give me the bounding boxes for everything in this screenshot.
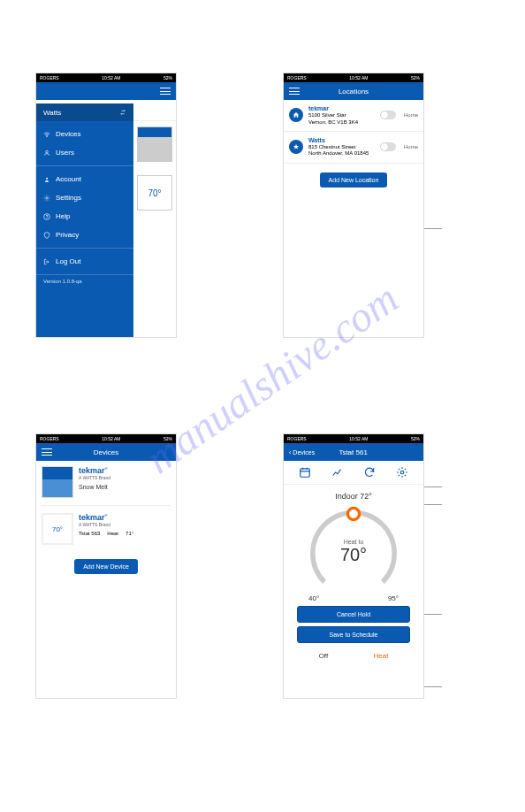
carrier-label: ROGERS xyxy=(40,75,59,80)
sidebar-label: Account xyxy=(56,175,81,183)
screen-devices: ROGERS 10:52 AM 52% Devices tekmar® A WA… xyxy=(35,433,177,699)
pointer-line xyxy=(424,228,442,229)
battery-label: 52% xyxy=(164,75,172,80)
sidebar-label: Users xyxy=(56,149,74,157)
back-button[interactable]: ‹Devices xyxy=(289,449,315,456)
setpoint-temp: 70° xyxy=(340,545,367,565)
cancel-hold-button[interactable]: Cancel Hold xyxy=(297,606,410,623)
sidebar-item-devices[interactable]: Devices xyxy=(36,125,133,143)
brand-label: tekmar® xyxy=(79,513,171,522)
device-thumbnail xyxy=(42,466,73,498)
star-icon xyxy=(289,140,303,154)
home-icon xyxy=(289,108,303,122)
screen-thermostat: ROGERS 10:52 AM 52% ‹Devices Tstat 561 I… xyxy=(283,433,424,699)
add-device-button[interactable]: Add New Device xyxy=(74,559,138,574)
mode-heat[interactable]: Heat xyxy=(373,652,388,660)
device-info: tekmar® A WATTS Brand Snow Melt xyxy=(79,466,171,490)
sidebar-header[interactable]: Watts xyxy=(36,103,133,121)
device-name: Tstat 563 xyxy=(79,531,100,536)
svg-point-7 xyxy=(347,508,359,519)
thermostat-dial: Indoor 72° Heat to 70° 40° 95° Cancel Ho… xyxy=(284,485,423,672)
hamburger-icon[interactable] xyxy=(42,448,52,456)
calendar-icon[interactable] xyxy=(299,466,311,479)
mode-selector: Off Heat xyxy=(291,647,416,665)
version-label: Version 1.0.8-qa xyxy=(36,275,133,287)
app-header: Devices xyxy=(36,443,176,461)
gear-icon xyxy=(43,195,50,202)
app-header xyxy=(36,82,176,100)
status-bar: ROGERS 10:52 AM 52% xyxy=(36,434,176,443)
location-row[interactable]: Watts 815 Chestnut Street North Andover,… xyxy=(284,132,423,164)
add-location-button[interactable]: Add New Location xyxy=(320,172,388,188)
logout-icon xyxy=(43,258,50,265)
toggle-state: Home xyxy=(404,144,418,149)
tab-bar xyxy=(284,461,423,485)
sidebar-label: Log Out xyxy=(56,257,80,265)
sidebar-item-account[interactable]: Account xyxy=(36,170,133,188)
page-title: Locations xyxy=(300,88,407,96)
shield-icon xyxy=(43,232,50,239)
screen-sidebar-menu: ROGERS 10:52 AM 52% WWATTS® 70° Watts De… xyxy=(35,73,177,338)
sidebar-item-settings[interactable]: Settings xyxy=(36,188,133,207)
chart-icon[interactable] xyxy=(331,466,344,479)
refresh-icon[interactable] xyxy=(363,466,376,479)
status-bar: ROGERS 10:52 AM 52% xyxy=(36,73,176,82)
sidebar-label: Privacy xyxy=(56,231,79,239)
svg-point-0 xyxy=(46,150,49,153)
sidebar: Watts Devices Users Account Settings xyxy=(36,103,133,338)
device-row[interactable]: tekmar® A WATTS Brand Snow Melt xyxy=(36,461,176,503)
sidebar-item-logout[interactable]: Log Out xyxy=(36,252,133,271)
pointer-line xyxy=(424,504,442,505)
device-info: tekmar® A WATTS Brand Tstat 563 Heat 71° xyxy=(79,513,171,536)
hamburger-icon[interactable] xyxy=(289,88,300,95)
svg-text:?: ? xyxy=(46,214,49,218)
indoor-temp-label: Indoor 72° xyxy=(291,492,416,501)
device-thumbnail-2[interactable]: 70° xyxy=(137,175,172,211)
status-bar: ROGERS 10:52 AM 52% xyxy=(284,434,423,443)
device-row[interactable]: 70° tekmar® A WATTS Brand Tstat 563 Heat… xyxy=(36,508,176,550)
help-icon: ? xyxy=(43,213,50,220)
sidebar-label: Devices xyxy=(56,130,80,138)
location-row[interactable]: tekmar 5100 Silver Star Vernon, BC V1B 3… xyxy=(284,100,423,132)
location-info: Watts 815 Chestnut Street North Andover,… xyxy=(308,137,375,157)
gear-icon[interactable] xyxy=(396,466,408,479)
divider xyxy=(42,505,171,506)
toggle-state: Home xyxy=(404,112,418,118)
device-thumbnail: 70° xyxy=(42,513,73,545)
hamburger-icon[interactable] xyxy=(160,88,171,95)
location-info: tekmar 5100 Silver Star Vernon, BC V1B 3… xyxy=(308,105,375,126)
sidebar-item-privacy[interactable]: Privacy xyxy=(36,226,133,244)
time-label: 10:52 AM xyxy=(102,75,120,80)
page-title: Tstat 561 xyxy=(315,448,392,456)
svg-rect-5 xyxy=(301,469,310,477)
pointer-line xyxy=(424,614,442,615)
wifi-icon xyxy=(43,131,50,138)
device-mode: Heat xyxy=(107,531,118,536)
save-schedule-button[interactable]: Save to Schedule xyxy=(297,626,410,643)
mode-off[interactable]: Off xyxy=(319,652,329,660)
home-away-toggle[interactable] xyxy=(380,111,396,119)
sidebar-label: Help xyxy=(56,212,70,220)
app-header: Locations xyxy=(284,82,423,100)
pointer-line xyxy=(424,686,442,687)
sidebar-label: Settings xyxy=(56,194,81,202)
screen-locations: ROGERS 10:52 AM 52% Locations tekmar 510… xyxy=(283,73,424,338)
svg-point-6 xyxy=(400,471,404,474)
svg-point-1 xyxy=(46,177,48,179)
swap-icon[interactable] xyxy=(119,109,126,116)
person-icon xyxy=(43,176,50,183)
pointer-line xyxy=(424,486,442,487)
home-away-toggle[interactable] xyxy=(380,142,396,151)
svg-point-2 xyxy=(46,197,48,199)
users-icon xyxy=(43,149,50,157)
device-temp: 71° xyxy=(126,531,133,536)
sidebar-item-help[interactable]: ? Help xyxy=(36,207,133,226)
device-thumbnail-1[interactable] xyxy=(137,126,172,162)
temp-dial[interactable]: Heat to 70° xyxy=(305,504,402,601)
status-bar: ROGERS 10:52 AM 52% xyxy=(284,73,423,82)
sidebar-item-users[interactable]: Users xyxy=(36,143,133,162)
app-header: ‹Devices Tstat 561 xyxy=(284,443,423,461)
dial-center: Heat to 70° xyxy=(340,539,367,565)
brand-label: tekmar® xyxy=(79,466,171,475)
page-title: Devices xyxy=(52,448,160,456)
